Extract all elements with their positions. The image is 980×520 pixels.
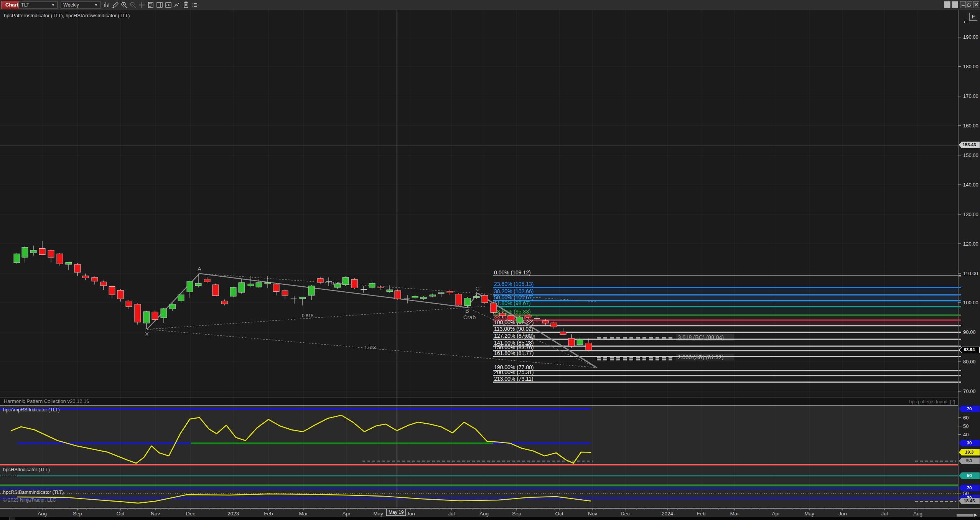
time-axis-label: Apr [772, 511, 780, 517]
zoom-in-button[interactable] [120, 1, 128, 9]
crosshair-button[interactable] [138, 1, 146, 9]
time-axis-label: Nov [588, 511, 597, 517]
hsi-panel-background [0, 466, 958, 484]
chart-legend: hpcPatternsIndicator (TLT), hpcHSIArrows… [4, 13, 130, 18]
axis-value-badge: 30 [959, 440, 980, 446]
instrument-select-value: TLT [21, 2, 29, 8]
taskbar-fragment [9, 517, 15, 520]
candle-body [82, 276, 89, 278]
price-axis-tick-label: 140.00 [963, 182, 978, 188]
fib-axis-mark [959, 370, 961, 371]
instrument-select[interactable]: TLT ▼ [18, 1, 58, 9]
fib-level-label: 23.60% (105.13) [494, 281, 534, 287]
candle-body [187, 281, 193, 292]
fib-axis-mark [959, 319, 961, 320]
time-axis-label: Dec [186, 511, 195, 517]
candle-body [577, 339, 583, 345]
candle-body [265, 283, 271, 284]
fib-level-label: 161.80% (81.77) [494, 350, 534, 356]
candle-body [517, 317, 523, 323]
period-select[interactable]: Weekly ▼ [61, 1, 100, 9]
fib-axis-mark [959, 314, 961, 315]
price-axis-tick-label: 180.00 [963, 64, 978, 69]
axis-value-badge: 18.45 [959, 498, 980, 504]
candle-body [464, 298, 471, 306]
jump-to-latest-arrow-icon[interactable]: ← [960, 15, 973, 26]
candle-body [239, 283, 245, 292]
candle-body [14, 254, 20, 262]
data-series-button[interactable] [147, 1, 155, 9]
draw-tools-icon [112, 1, 119, 9]
rsi-panel-background [0, 406, 958, 464]
candle-body [66, 262, 72, 264]
chart-trader-button[interactable] [156, 1, 163, 9]
fib-level-label: 150.00% (83.76) [494, 344, 534, 350]
price-axis-tick-label: 130.00 [963, 211, 978, 217]
candle-body [109, 287, 115, 295]
time-axis-label: Jun [838, 511, 847, 517]
pattern-ratio-label: 1.618 [364, 345, 376, 350]
toolbar: Chart TLT ▼ Weekly ▼ [0, 0, 980, 10]
candle-body [230, 287, 236, 296]
draw-tools-button[interactable] [112, 1, 119, 9]
price-axis-tick-label: 80.00 [963, 359, 976, 365]
scroll-right-arrow-icon[interactable]: ▶ [974, 513, 977, 517]
properties-icon [191, 1, 199, 9]
time-axis-background [0, 508, 980, 517]
price-axis-tick-label: 100.00 [963, 300, 978, 305]
chevron-down-icon: ▼ [94, 2, 98, 8]
data-series-icon [147, 1, 155, 9]
candle-body [195, 283, 201, 286]
axis-value-badge: 19.3 [959, 449, 980, 456]
indicators-button[interactable] [165, 1, 172, 9]
horizontal-scrollbar-thumb[interactable] [957, 514, 973, 517]
fib-axis-mark [959, 381, 961, 383]
candle-body [300, 297, 306, 299]
minimize-icon [961, 3, 965, 7]
chart-type-icon [103, 1, 110, 9]
fib-level-label: 50.00% (100.67) [494, 294, 534, 300]
candle-body [100, 282, 107, 286]
candle-body [343, 277, 349, 285]
fib-band [493, 315, 958, 320]
time-axis-label: Oct [555, 511, 563, 517]
restore-button[interactable] [967, 1, 972, 8]
candle-body [256, 283, 262, 287]
candle-body [499, 313, 506, 316]
fib-level-label: 213.00% (73.11) [494, 376, 533, 382]
fib-axis-mark [959, 287, 961, 288]
strategies-button[interactable] [182, 1, 190, 9]
candle-body [491, 303, 497, 313]
drawing-objects-button[interactable] [173, 1, 181, 9]
axis-value-badge: 70 [959, 406, 980, 412]
custom-window-button-1[interactable] [944, 1, 950, 8]
candle-body [438, 293, 444, 294]
fib-axis-mark [959, 375, 961, 376]
time-axis-label: Sep [512, 511, 521, 517]
pattern-point-label-x: X [145, 331, 149, 337]
candle-body [447, 291, 453, 293]
hpc-collection-label: Harmonic Pattern Collection v20.12.16 [4, 398, 89, 404]
fib-level-label: 61.80% (98.67) [494, 300, 531, 306]
properties-button[interactable] [191, 1, 199, 9]
rsi-axis-tick-label: 40 [963, 432, 968, 437]
candle-body [387, 290, 393, 292]
axis-value-badge: 50 [959, 472, 980, 479]
time-axis-label: May [804, 511, 814, 517]
candle-body [117, 291, 124, 299]
price-chart-canvas[interactable]: 0.00% (109.12)23.60% (105.13)38.20% (102… [0, 0, 980, 520]
candle-body [22, 247, 28, 257]
chart-type-button[interactable] [103, 1, 110, 9]
zoom-out-button[interactable] [129, 1, 137, 9]
candle-body [221, 301, 227, 304]
custom-window-button-2[interactable] [952, 1, 958, 8]
pattern-ratio-label: 0.618 [302, 313, 313, 319]
time-axis-label: Mar [730, 511, 739, 517]
close-button[interactable] [973, 1, 979, 8]
fib-band [493, 320, 958, 326]
candle-body [334, 284, 341, 287]
time-axis-label: May [373, 511, 383, 517]
minimize-button[interactable] [960, 1, 966, 8]
hsi-panel-label: hpcHSIIndicator (TLT) [3, 467, 50, 472]
candle-body [308, 286, 315, 295]
